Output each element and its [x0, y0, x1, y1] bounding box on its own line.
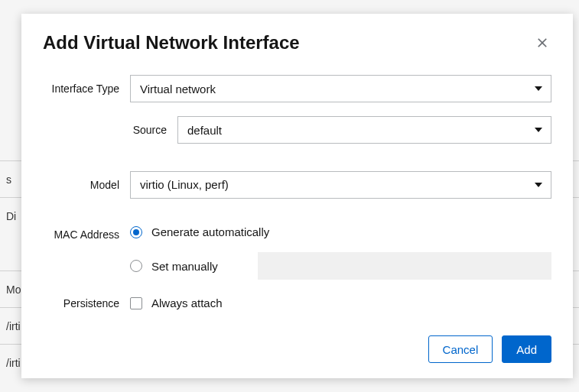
- persistence-label: Persistence: [43, 297, 130, 309]
- dialog-footer: Cancel Add: [43, 320, 551, 363]
- source-value: default: [187, 124, 222, 137]
- source-label: Source: [43, 124, 177, 136]
- cancel-button[interactable]: Cancel: [428, 335, 493, 363]
- dialog-header: Add Virtual Network Interface: [43, 32, 551, 53]
- add-button[interactable]: Add: [502, 335, 551, 363]
- dialog-title: Add Virtual Network Interface: [43, 32, 300, 53]
- always-attach-label[interactable]: Always attach: [151, 296, 223, 309]
- interface-type-row: Interface Type Virtual network: [43, 75, 551, 102]
- always-attach-checkbox[interactable]: [130, 297, 142, 309]
- model-select[interactable]: virtio (Linux, perf): [130, 171, 551, 199]
- interface-type-value: Virtual network: [140, 83, 216, 96]
- mac-manual-input[interactable]: [258, 252, 551, 280]
- mac-address-label: MAC Address: [43, 225, 130, 241]
- mac-generate-label[interactable]: Generate automatically: [151, 225, 269, 238]
- interface-type-select[interactable]: Virtual network: [130, 75, 551, 102]
- interface-type-label: Interface Type: [43, 83, 130, 95]
- mac-address-row: MAC Address Generate automatically Set m…: [43, 225, 551, 280]
- add-network-interface-dialog: Add Virtual Network Interface Interface …: [21, 14, 573, 378]
- mac-manual-radio[interactable]: [130, 260, 142, 272]
- model-row: Model virtio (Linux, perf): [43, 171, 551, 199]
- close-icon[interactable]: [533, 34, 551, 52]
- persistence-row: Persistence Always attach: [43, 296, 551, 309]
- mac-generate-radio[interactable]: [130, 226, 142, 238]
- source-row: Source default: [43, 116, 551, 144]
- mac-manual-label[interactable]: Set manually: [151, 260, 218, 273]
- model-value: virtio (Linux, perf): [140, 178, 229, 191]
- source-select[interactable]: default: [177, 116, 551, 144]
- model-label: Model: [43, 179, 130, 191]
